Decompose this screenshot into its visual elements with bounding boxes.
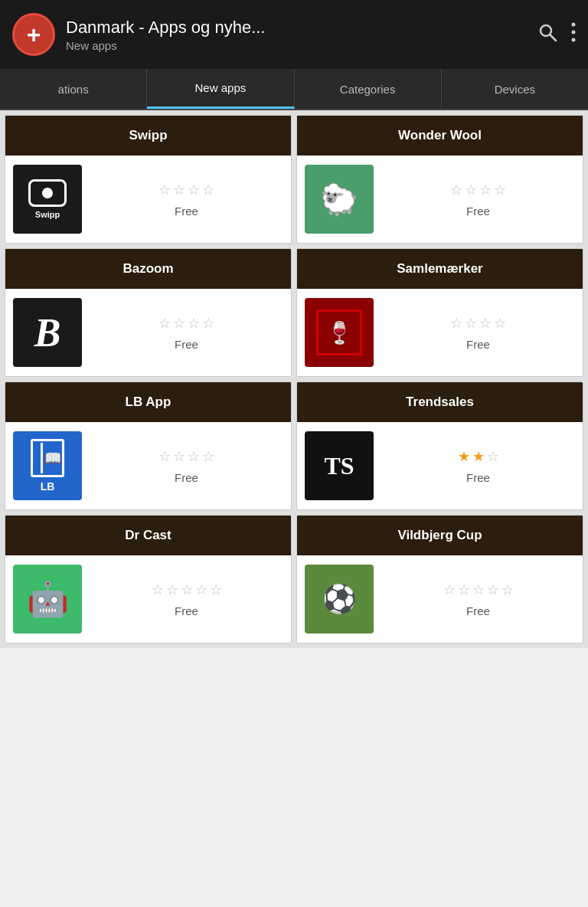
- app-card-drcast[interactable]: Dr Cast 🤖 ☆ ☆ ☆ ☆ ☆ Free: [5, 515, 292, 643]
- app-name: Vildbjerg Cup: [397, 528, 482, 542]
- svg-point-4: [572, 38, 576, 42]
- top-bar: Danmark - Apps og nyhe... New apps: [0, 0, 588, 69]
- app-card-body: 🤖 ☆ ☆ ☆ ☆ ☆ Free: [5, 555, 291, 643]
- app-icon: Swipp: [13, 165, 82, 234]
- app-name: LB App: [126, 395, 172, 409]
- overflow-menu-icon[interactable]: [571, 22, 576, 47]
- price-label: Free: [175, 338, 198, 351]
- app-card-header: Samlemærker: [297, 249, 583, 289]
- app-card-header: Trendsales: [297, 382, 583, 422]
- tab-categories[interactable]: Categories: [295, 69, 442, 109]
- star-rating: ☆ ☆ ☆ ☆: [158, 448, 214, 465]
- app-name: Swipp: [129, 128, 167, 142]
- price-label: Free: [466, 471, 490, 484]
- star-3: ☆: [188, 448, 200, 465]
- app-card-header: Vildbjerg Cup: [297, 516, 583, 555]
- star-rating: ☆ ☆ ☆ ☆ ☆: [152, 581, 222, 598]
- app-card-wonderwool[interactable]: Wonder Wool 🐑 ☆ ☆ ☆ ☆ Free: [296, 115, 583, 244]
- samlemerker-graphic: 🍷: [316, 309, 362, 355]
- star-4: ☆: [487, 581, 499, 598]
- top-bar-icons: [537, 22, 576, 47]
- app-icon: 🍷: [305, 298, 374, 367]
- app-card-body: Swipp ☆ ☆ ☆ ☆ Free: [5, 156, 291, 243]
- app-icon: 📖 LB: [13, 431, 82, 500]
- wonderwool-graphic: 🐑: [305, 165, 374, 234]
- app-icon: ⚽: [305, 565, 374, 634]
- star-2: ☆: [465, 315, 477, 332]
- price-label: Free: [466, 205, 490, 218]
- star-rating: ☆ ☆ ☆ ☆: [450, 315, 506, 332]
- app-card-body: 🍷 ☆ ☆ ☆ ☆ Free: [297, 289, 583, 376]
- star-2: ☆: [458, 581, 470, 598]
- star-2: ☆: [173, 448, 185, 465]
- app-card-trendsales[interactable]: Trendsales TS ★ ★ ☆ Free: [296, 381, 583, 510]
- price-label: Free: [175, 471, 198, 484]
- app-meta: ☆ ☆ ☆ ☆ ☆ Free: [381, 581, 575, 617]
- star-5: ☆: [501, 581, 514, 598]
- lb-text: LB: [41, 480, 55, 493]
- app-icon: B: [13, 298, 82, 367]
- app-meta: ★ ★ ☆ Free: [381, 448, 575, 484]
- lb-graphic: 📖: [31, 439, 64, 477]
- app-icon: TS: [305, 431, 374, 500]
- vildbjerg-graphic: ⚽: [322, 583, 357, 615]
- star-3: ☆: [479, 315, 492, 332]
- star-rating: ☆ ☆ ☆ ☆ ☆: [443, 581, 514, 598]
- star-rating: ☆ ☆ ☆ ☆: [158, 315, 214, 332]
- app-card-samlemerker[interactable]: Samlemærker 🍷 ☆ ☆ ☆ ☆ Free: [296, 248, 583, 377]
- star-4: ☆: [494, 315, 506, 332]
- star-2: ☆: [173, 315, 185, 332]
- star-1: ☆: [443, 581, 456, 598]
- star-3: ☆: [188, 182, 200, 198]
- search-icon[interactable]: [537, 22, 557, 47]
- app-card-header: Dr Cast: [5, 516, 291, 555]
- swipp-label: Swipp: [35, 210, 60, 219]
- app-meta: ☆ ☆ ☆ ☆ Free: [90, 315, 283, 351]
- app-icon: 🐑: [305, 165, 374, 234]
- app-title-block: Danmark - Apps og nyhe... New apps: [66, 18, 527, 52]
- star-1: ☆: [158, 448, 171, 465]
- price-label: Free: [175, 604, 198, 617]
- app-card-body: TS ★ ★ ☆ Free: [297, 422, 583, 509]
- star-4: ☆: [195, 581, 207, 598]
- star-1: ☆: [158, 182, 171, 198]
- app-name: Wonder Wool: [398, 128, 482, 142]
- lb-book-icon: 📖: [44, 450, 61, 467]
- svg-point-3: [572, 31, 576, 34]
- svg-point-2: [572, 23, 576, 27]
- star-rating: ★ ★ ☆: [458, 448, 499, 465]
- app-name: Samlemærker: [397, 261, 482, 276]
- app-meta: ☆ ☆ ☆ ☆ Free: [381, 182, 575, 218]
- tab-devices[interactable]: Devices: [442, 69, 588, 109]
- app-card-vildbjerg[interactable]: Vildbjerg Cup ⚽ ☆ ☆ ☆ ☆ ☆ Free: [296, 515, 583, 643]
- tab-new-apps[interactable]: New apps: [147, 69, 294, 109]
- star-1: ☆: [152, 581, 164, 598]
- app-title: Danmark - Apps og nyhe...: [66, 18, 527, 38]
- app-card-header: LB App: [5, 382, 291, 422]
- star-4: ☆: [202, 182, 214, 198]
- ts-graphic: TS: [324, 452, 354, 480]
- app-card-header: Wonder Wool: [297, 116, 583, 156]
- app-name: Trendsales: [406, 395, 474, 409]
- app-name: Dr Cast: [125, 528, 171, 542]
- app-card-body: ⚽ ☆ ☆ ☆ ☆ ☆ Free: [297, 555, 583, 643]
- star-5: ☆: [210, 581, 222, 598]
- price-label: Free: [466, 338, 490, 351]
- star-2: ☆: [173, 182, 185, 198]
- star-3: ☆: [181, 581, 193, 598]
- app-card-bazoom[interactable]: Bazoom B ☆ ☆ ☆ ☆ Free: [5, 248, 292, 377]
- app-card-body: 📖 LB ☆ ☆ ☆ ☆ Free: [5, 422, 291, 509]
- app-card-header: Bazoom: [5, 249, 291, 289]
- svg-line-1: [550, 35, 557, 41]
- star-4: ☆: [202, 315, 214, 332]
- app-card-lb[interactable]: LB App 📖 LB ☆ ☆ ☆ ☆ Free: [5, 381, 292, 510]
- wine-icon: 🍷: [326, 320, 353, 345]
- app-meta: ☆ ☆ ☆ ☆ ☆ Free: [90, 581, 283, 617]
- tab-applications[interactable]: ations: [0, 69, 147, 109]
- app-card-swipp[interactable]: Swipp Swipp ☆ ☆ ☆ ☆ Free: [5, 115, 292, 244]
- star-3: ☆: [487, 448, 499, 465]
- star-1: ☆: [158, 315, 171, 332]
- app-meta: ☆ ☆ ☆ ☆ Free: [381, 315, 575, 351]
- app-card-header: Swipp: [5, 116, 291, 156]
- app-name: Bazoom: [122, 261, 173, 276]
